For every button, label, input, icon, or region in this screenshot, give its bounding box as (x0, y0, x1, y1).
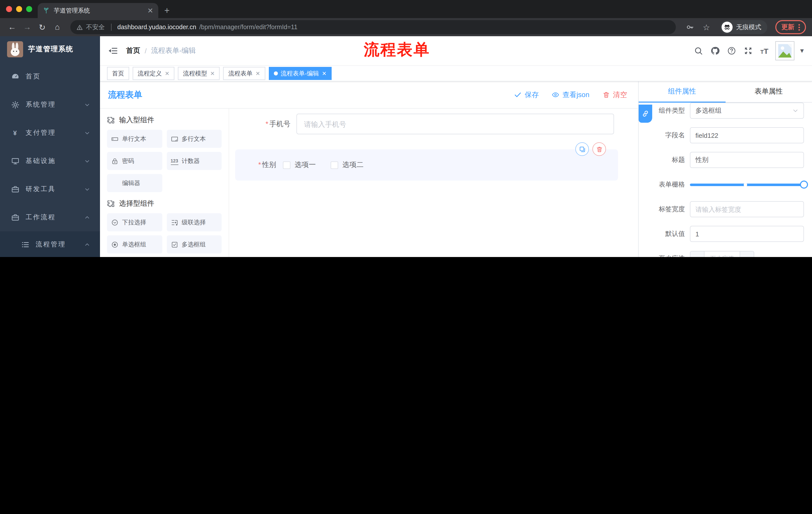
sidebar-item-process-management[interactable]: 流程管理 (0, 231, 100, 257)
github-icon[interactable] (710, 46, 720, 55)
bookmark-star-icon[interactable]: ☆ (703, 22, 710, 32)
checkbox-icon[interactable] (283, 161, 291, 169)
sidebar-menu: 首页系统管理¥支付管理基础设施研发工具工作流程流程管理流程表单用户分组流程模型任… (0, 62, 100, 257)
incognito-label: 无痕模式 (736, 23, 761, 31)
tag-process-definition[interactable]: 流程定义✕ (133, 67, 174, 80)
breadcrumb-home[interactable]: 首页 (126, 46, 140, 55)
sidebar-item-payment-management[interactable]: ¥支付管理 (0, 119, 100, 147)
component-grid: 下拉选择级联选择单选框组多选框组开关滑块时间选择时间范围日期选择日期范围评分颜色… (107, 213, 222, 257)
chevron-down-icon (792, 108, 799, 114)
logo-avatar (7, 41, 23, 57)
tag-close-icon[interactable]: ✕ (322, 70, 326, 77)
component-type-select[interactable]: 多选框组 (690, 103, 804, 119)
close-window-button[interactable] (6, 6, 12, 12)
new-tab-button[interactable]: + (164, 6, 170, 15)
component-radio-group[interactable]: 单选框组 (107, 235, 162, 253)
component-cascader[interactable]: 级联选择 (167, 213, 222, 231)
minus-button[interactable]: − (690, 251, 704, 257)
puzzle-icon (107, 200, 115, 208)
default-value-input[interactable] (690, 226, 804, 242)
title-input[interactable] (690, 152, 804, 168)
sidebar-item-system-management[interactable]: 系统管理 (0, 90, 100, 119)
phone-input[interactable] (296, 114, 614, 134)
component-editor[interactable]: 编辑器 (107, 174, 162, 192)
phone-field[interactable]: *手机号 (258, 114, 614, 134)
gender-option-1[interactable]: 选项一 (283, 160, 316, 169)
inspector-tabs: 组件属性 表单属性 (639, 81, 812, 103)
clear-button[interactable]: 清空 (603, 90, 627, 99)
selected-gender-field[interactable]: *性别 选项一 选项二 (235, 150, 618, 181)
link-tab[interactable] (639, 105, 652, 123)
section-title-label: 输入型组件 (119, 116, 154, 125)
font-size-icon[interactable]: TT (760, 47, 768, 55)
collapse-sidebar-icon[interactable] (108, 46, 118, 56)
briefcase-icon (11, 213, 20, 221)
home-icon[interactable]: ⌂ (51, 23, 63, 32)
avatar-caret-icon[interactable]: ▼ (799, 47, 805, 54)
plus-button[interactable]: + (740, 251, 754, 257)
field-name-row: 字段名 (647, 127, 804, 143)
annotation-overlay: 流程表单 (352, 39, 442, 60)
check-icon (514, 91, 522, 99)
address-bar[interactable]: 不安全 dashboard.yudao.iocoder.cn/bpm/manag… (70, 20, 675, 34)
copy-icon (579, 145, 586, 153)
component-single-line-text[interactable]: 单行文本 (107, 130, 162, 148)
multi-line-text-icon (171, 135, 178, 142)
minimize-window-button[interactable] (16, 6, 22, 12)
search-icon[interactable] (694, 46, 703, 55)
tab-form-props[interactable]: 表单属性 (725, 81, 812, 103)
browser-tab[interactable]: 芋道管理系统 ✕ (38, 3, 158, 18)
sidebar-item-workflow[interactable]: 工作流程 (0, 203, 100, 231)
puzzle-icon (107, 116, 115, 124)
gender-option-2[interactable]: 选项二 (331, 160, 364, 169)
label-width-input[interactable] (690, 201, 804, 217)
section-title-label: 选择型组件 (119, 199, 154, 208)
gear-icon (11, 100, 20, 109)
avatar[interactable] (775, 41, 794, 60)
maximize-window-button[interactable] (26, 6, 32, 12)
tag-process-model[interactable]: 流程模型✕ (178, 67, 220, 80)
section-title: 选择型组件 (107, 199, 222, 208)
yen-icon: ¥ (11, 129, 20, 137)
view-json-button[interactable]: 查看json (552, 90, 589, 99)
grid-slider[interactable] (690, 183, 804, 186)
dashboard-icon (11, 72, 20, 81)
component-checkbox-group[interactable]: 多选框组 (167, 235, 222, 253)
incognito-icon (722, 22, 733, 33)
checkbox-icon[interactable] (331, 161, 339, 169)
tag-close-icon[interactable]: ✕ (256, 70, 260, 77)
forward-icon[interactable]: → (21, 23, 33, 32)
form-canvas[interactable]: *手机号 *性别 选项一 选项二 (229, 109, 638, 257)
delete-component-button[interactable] (592, 142, 606, 156)
sidebar-item-home[interactable]: 首页 (0, 62, 100, 90)
tab-close-icon[interactable]: ✕ (147, 7, 153, 14)
back-icon[interactable]: ← (6, 23, 18, 32)
fullscreen-icon[interactable] (744, 46, 753, 55)
tag-close-icon[interactable]: ✕ (165, 70, 169, 77)
component-select[interactable]: 下拉选择 (107, 213, 162, 231)
help-icon[interactable] (727, 46, 736, 55)
tag-process-form-edit[interactable]: 流程表单-编辑✕ (268, 67, 331, 80)
reload-icon[interactable]: ↻ (36, 22, 48, 32)
tag-home[interactable]: 首页 (107, 67, 129, 80)
component-label: 单选框组 (122, 240, 146, 249)
min-select-value[interactable]: 至少应选 (704, 251, 740, 257)
sidebar-item-dev-tools[interactable]: 研发工具 (0, 175, 100, 203)
copy-component-button[interactable] (575, 142, 589, 156)
url-divider (111, 24, 111, 31)
field-name-input[interactable] (690, 127, 804, 143)
sidebar-item-infrastructure[interactable]: 基础设施 (0, 147, 100, 175)
component-multi-line-text[interactable]: 多行文本 (167, 130, 222, 148)
browser-menu-icon[interactable] (799, 24, 800, 30)
component-counter[interactable]: 123计数器 (167, 152, 222, 170)
tag-close-icon[interactable]: ✕ (210, 70, 214, 77)
password-key-icon[interactable] (686, 23, 694, 31)
tag-process-form[interactable]: 流程表单✕ (223, 67, 265, 80)
component-password[interactable]: 密码 (107, 152, 162, 170)
not-secure-label: 不安全 (86, 23, 105, 31)
title-row: 标题 (647, 152, 804, 168)
tab-component-props[interactable]: 组件属性 (639, 81, 725, 103)
slider-thumb[interactable] (800, 180, 808, 188)
save-button[interactable]: 保存 (514, 90, 539, 99)
update-button[interactable]: 更新 (775, 20, 806, 34)
